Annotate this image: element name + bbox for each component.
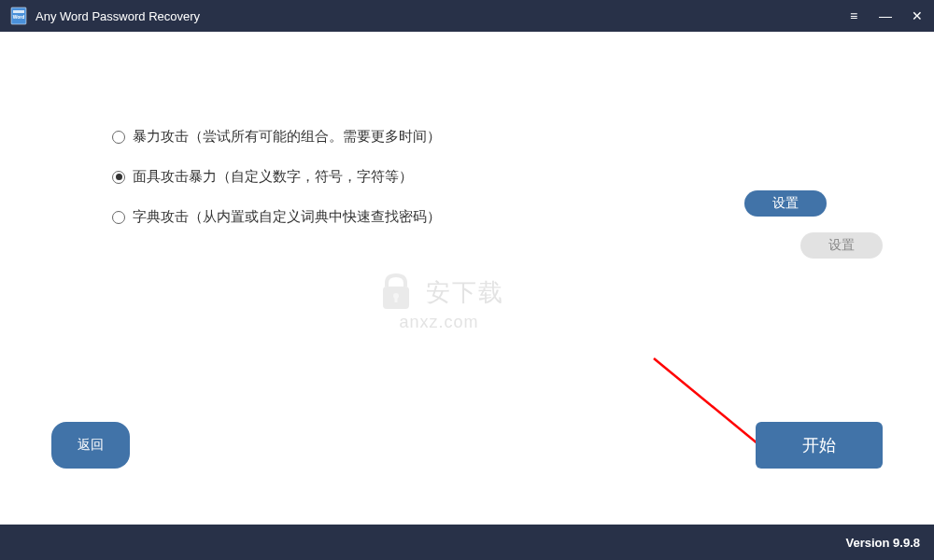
back-button[interactable]: 返回 [51, 422, 130, 469]
watermark-main: 安下载 [426, 276, 504, 309]
radio-dictionary[interactable] [112, 211, 125, 224]
option-dictionary[interactable]: 字典攻击（从内置或自定义词典中快速查找密码） [112, 208, 441, 226]
svg-rect-5 [395, 296, 398, 302]
menu-icon[interactable]: ≡ [846, 8, 861, 23]
settings-button-active[interactable]: 设置 [744, 190, 827, 217]
version-text: Version 9.9.8 [846, 536, 921, 550]
watermark-sub: anxz.com [399, 313, 478, 332]
titlebar-controls: ≡ — ✕ [846, 8, 925, 23]
bottom-buttons: 返回 开始 [0, 422, 934, 469]
footer: Version 9.9.8 [0, 525, 934, 560]
settings-buttons: 设置 设置 [744, 190, 827, 259]
label-dictionary: 字典攻击（从内置或自定义词典中快速查找密码） [133, 208, 441, 226]
radio-brute-force[interactable] [112, 131, 125, 144]
start-button[interactable]: 开始 [756, 422, 883, 469]
app-icon: Word [9, 7, 28, 25]
label-brute-force: 暴力攻击（尝试所有可能的组合。需要更多时间） [133, 128, 441, 146]
attack-options: 暴力攻击（尝试所有可能的组合。需要更多时间） 面具攻击暴力（自定义数字，符号，字… [112, 128, 441, 248]
radio-mask-attack[interactable] [112, 171, 125, 184]
label-mask-attack: 面具攻击暴力（自定义数字，符号，字符等） [133, 168, 413, 186]
app-title: Any Word Password Recovery [35, 9, 846, 23]
main-content: 暴力攻击（尝试所有可能的组合。需要更多时间） 面具攻击暴力（自定义数字，符号，字… [0, 32, 934, 525]
close-icon[interactable]: ✕ [910, 8, 925, 23]
minimize-icon[interactable]: — [878, 8, 893, 23]
svg-rect-1 [13, 10, 24, 13]
svg-point-4 [393, 293, 399, 299]
lock-icon [374, 270, 418, 315]
svg-text:Word: Word [13, 14, 25, 20]
settings-button-disabled: 设置 [800, 232, 883, 259]
watermark: 安下载 anxz.com [374, 270, 504, 332]
option-brute-force[interactable]: 暴力攻击（尝试所有可能的组合。需要更多时间） [112, 128, 441, 146]
titlebar: Word Any Word Password Recovery ≡ — ✕ [0, 0, 934, 32]
option-mask-attack[interactable]: 面具攻击暴力（自定义数字，符号，字符等） [112, 168, 441, 186]
svg-rect-3 [383, 287, 409, 309]
